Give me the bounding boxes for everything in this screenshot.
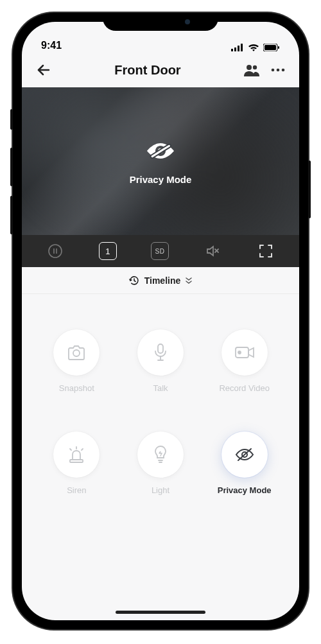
privacy-eye-off-icon bbox=[144, 138, 177, 166]
app-header: Front Door bbox=[22, 53, 299, 87]
more-options-button[interactable] bbox=[271, 68, 285, 72]
quick-actions: Snapshot Talk Record Video bbox=[22, 294, 299, 620]
talk-action[interactable]: Talk bbox=[122, 329, 199, 393]
record-label: Record Video bbox=[219, 383, 270, 393]
siren-label: Siren bbox=[67, 485, 86, 495]
svg-rect-0 bbox=[231, 49, 233, 51]
mute-button[interactable] bbox=[203, 241, 222, 261]
quality-value: SD bbox=[155, 248, 165, 255]
layout-button[interactable]: 1 bbox=[99, 242, 117, 260]
svg-point-9 bbox=[253, 65, 257, 69]
camera-feed[interactable]: Privacy Mode bbox=[22, 87, 299, 235]
lightbulb-icon bbox=[153, 445, 168, 464]
share-users-button[interactable] bbox=[244, 64, 259, 76]
phone-side-button bbox=[308, 161, 311, 218]
layout-value: 1 bbox=[105, 247, 110, 256]
svg-rect-25 bbox=[236, 347, 248, 358]
snapshot-action[interactable]: Snapshot bbox=[38, 329, 115, 393]
light-action[interactable]: Light bbox=[122, 431, 199, 495]
people-icon bbox=[244, 64, 259, 76]
back-button[interactable] bbox=[36, 62, 51, 78]
video-toolbar: 1 SD bbox=[22, 235, 299, 267]
svg-rect-2 bbox=[238, 46, 239, 51]
talk-label: Talk bbox=[153, 383, 168, 393]
speaker-muted-icon bbox=[205, 243, 220, 259]
svg-line-30 bbox=[70, 449, 71, 450]
svg-point-11 bbox=[277, 69, 280, 72]
privacy-label: Privacy Mode bbox=[218, 485, 272, 495]
phone-notch bbox=[103, 13, 218, 31]
phone-frame: 9:41 Front Door bbox=[13, 13, 308, 629]
arrow-left-icon bbox=[36, 62, 51, 78]
timeline-label: Timeline bbox=[144, 275, 181, 286]
phone-side-button bbox=[10, 148, 13, 186]
svg-point-27 bbox=[238, 351, 241, 354]
video-camera-icon bbox=[234, 345, 255, 360]
quality-button[interactable]: SD bbox=[151, 242, 169, 260]
svg-point-12 bbox=[282, 69, 285, 72]
snapshot-label: Snapshot bbox=[59, 383, 94, 393]
pause-icon bbox=[48, 243, 63, 259]
chevron-double-down-icon bbox=[186, 277, 192, 284]
svg-point-21 bbox=[73, 350, 80, 356]
cellular-icon bbox=[231, 44, 244, 51]
privacy-mode-action[interactable]: Privacy Mode bbox=[206, 431, 283, 495]
record-video-action[interactable]: Record Video bbox=[206, 329, 283, 393]
svg-point-10 bbox=[272, 69, 275, 72]
microphone-icon bbox=[153, 343, 168, 362]
page-title: Front Door bbox=[114, 63, 180, 78]
battery-icon bbox=[263, 44, 280, 51]
eye-off-icon bbox=[234, 446, 255, 463]
svg-line-31 bbox=[82, 449, 83, 450]
home-indicator[interactable] bbox=[116, 611, 205, 614]
svg-rect-3 bbox=[241, 44, 243, 51]
svg-rect-1 bbox=[234, 48, 236, 51]
siren-action[interactable]: Siren bbox=[38, 431, 115, 495]
history-icon bbox=[129, 275, 139, 286]
fullscreen-icon bbox=[259, 244, 273, 258]
phone-side-button bbox=[10, 196, 13, 234]
siren-icon bbox=[67, 446, 86, 464]
svg-point-15 bbox=[49, 245, 62, 257]
status-time: 9:41 bbox=[41, 40, 62, 51]
svg-point-8 bbox=[247, 65, 252, 70]
timeline-toggle[interactable]: Timeline bbox=[22, 267, 299, 294]
svg-marker-18 bbox=[207, 247, 213, 256]
more-horizontal-icon bbox=[271, 68, 285, 72]
phone-side-button bbox=[10, 109, 13, 130]
light-label: Light bbox=[152, 485, 169, 495]
svg-rect-22 bbox=[158, 344, 163, 353]
camera-icon bbox=[67, 344, 86, 361]
svg-rect-5 bbox=[265, 45, 276, 50]
svg-rect-28 bbox=[70, 460, 83, 462]
pause-button[interactable] bbox=[46, 241, 65, 261]
svg-marker-26 bbox=[248, 348, 254, 357]
wifi-icon bbox=[248, 44, 259, 51]
privacy-overlay-label: Privacy Mode bbox=[130, 174, 192, 185]
fullscreen-button[interactable] bbox=[256, 241, 275, 261]
svg-rect-6 bbox=[278, 46, 279, 49]
